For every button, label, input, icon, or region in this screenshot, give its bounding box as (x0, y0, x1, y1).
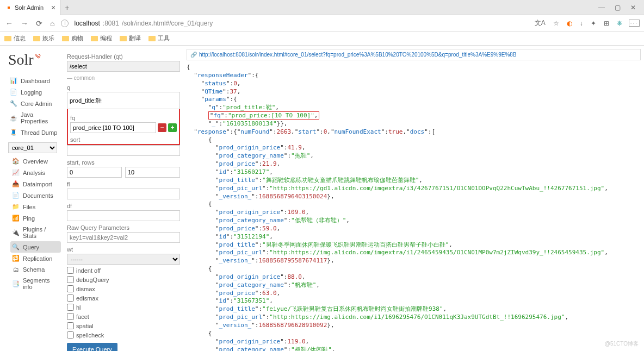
query-form: Request-Handler (qt) — common q fq − + s… (64, 46, 183, 351)
subnav-dataimport[interactable]: 📥Dataimport (10, 178, 61, 190)
nav-icon: 📥 (12, 180, 20, 187)
df-label: df (67, 203, 180, 209)
nav-icon: 🗂 (12, 266, 20, 273)
bookmark-folder[interactable]: 编程 (91, 34, 112, 42)
spatial-label: spatial (76, 323, 94, 329)
nav-thread-dump[interactable]: 🧵Thread Dump (8, 127, 61, 138)
browser-tab[interactable]: Solr Admin × (0, 0, 60, 15)
new-tab-button[interactable]: + (60, 3, 73, 12)
dismax-label: dismax (76, 286, 95, 292)
app-icon[interactable]: ❋ (616, 20, 623, 27)
result-url-bar[interactable]: 🔗 http://localhost:8081/solr/index.html#… (187, 49, 641, 60)
folder-icon (91, 36, 98, 41)
execute-query-button[interactable]: Execute Query (67, 343, 117, 351)
debugQuery-label: debugQuery (76, 277, 109, 283)
more-icon[interactable]: ··· (629, 20, 640, 27)
logo: Solr༄ (8, 51, 61, 68)
sort-input[interactable] (67, 145, 180, 156)
debugQuery-checkbox[interactable] (67, 276, 74, 283)
close-window-icon[interactable]: ✕ (630, 4, 636, 11)
maximize-icon[interactable]: ▢ (615, 4, 621, 11)
subnav-files[interactable]: 📁Files (10, 201, 61, 212)
subnav-replication[interactable]: 🔁Replication (10, 253, 61, 264)
subnav-plugins---stats[interactable]: 🔌Plugins / Stats (10, 224, 61, 241)
start-input[interactable] (67, 167, 122, 178)
fq-input[interactable] (70, 122, 156, 133)
q-input[interactable] (67, 92, 180, 109)
subnav-documents[interactable]: 📄Documents (10, 190, 61, 201)
titlebar: Solr Admin × + — ▢ ✕ (0, 0, 644, 15)
json-response: { "responseHeader":{ "status":0, "QTime"… (187, 64, 641, 351)
info-icon[interactable]: i (61, 20, 69, 27)
spellcheck-checkbox[interactable] (67, 331, 74, 339)
forward-icon[interactable]: → (20, 19, 29, 28)
bookmark-folder[interactable]: 翻译 (120, 34, 141, 42)
edismax-checkbox[interactable] (67, 294, 74, 302)
download-icon[interactable]: ↓ (579, 20, 584, 27)
watermark: @51CTO博客 (605, 340, 639, 348)
result-url[interactable]: http://localhost:8081/solr/index.html#co… (199, 52, 517, 58)
spatial-checkbox[interactable] (67, 322, 74, 329)
indent-checkbox[interactable] (67, 267, 74, 274)
minimize-icon[interactable]: — (598, 4, 605, 11)
ext-icon[interactable]: ⊞ (603, 20, 610, 27)
nav-icon: 📶 (12, 215, 20, 222)
translate-icon[interactable]: 文A (534, 18, 547, 28)
rows-input[interactable] (125, 167, 180, 178)
nav-icon: 📁 (12, 203, 20, 210)
subnav-schema[interactable]: 🗂Schema (10, 264, 61, 275)
subnav-overview[interactable]: 🏠Overview (10, 155, 61, 167)
wt-label: wt (67, 246, 180, 253)
link-icon: 🔗 (190, 52, 197, 58)
back-icon[interactable]: ← (4, 19, 14, 28)
wt-select[interactable]: ------ (67, 254, 180, 265)
remove-fq-button[interactable]: − (158, 123, 166, 132)
folder-icon (4, 36, 11, 41)
shield-icon[interactable]: ◐ (566, 20, 573, 27)
indent-label: indent off (76, 267, 101, 274)
sidebar: Solr༄ 📊Dashboard📄Logging🔧Core Admin☕Java… (0, 46, 64, 351)
facet-checkbox[interactable] (67, 313, 74, 320)
hl-label: hl (76, 304, 81, 311)
reload-icon[interactable]: ⟳ (35, 19, 44, 28)
home-icon[interactable]: ⌂ (49, 19, 55, 28)
nav-java-properties[interactable]: ☕Java Properties (8, 109, 61, 127)
subnav-segments-info[interactable]: 📑Segments info (10, 275, 61, 292)
add-fq-button[interactable]: + (168, 123, 177, 132)
qt-input[interactable] (67, 61, 180, 72)
grid-icon[interactable]: ✦ (590, 20, 597, 27)
dismax-checkbox[interactable] (67, 285, 74, 292)
url-port: :8081 (103, 20, 119, 27)
nav-logging[interactable]: 📄Logging (8, 86, 61, 98)
qt-label: Request-Handler (qt) (67, 53, 180, 60)
common-section: common (74, 75, 95, 81)
result-panel: 🔗 http://localhost:8081/solr/index.html#… (183, 46, 644, 351)
star-icon[interactable]: ☆ (552, 20, 560, 27)
url-host: localhost (74, 20, 100, 27)
nav-icon: ☕ (10, 115, 17, 122)
close-icon[interactable]: × (51, 3, 55, 12)
bookmark-folder[interactable]: 购物 (62, 34, 83, 42)
folder-icon (33, 36, 40, 41)
nav-icon: 🔍 (12, 243, 20, 250)
hl-checkbox[interactable] (67, 304, 74, 311)
tab-title: Solr Admin (15, 4, 44, 11)
bookmark-folder[interactable]: 工具 (148, 34, 170, 42)
nav-dashboard[interactable]: 📊Dashboard (8, 75, 61, 86)
core-selector[interactable]: core_01 (8, 142, 57, 153)
tab-favicon (5, 4, 12, 11)
edismax-label: edismax (76, 295, 98, 302)
subnav-query[interactable]: 🔍Query (10, 241, 61, 253)
fl-input[interactable] (67, 189, 180, 199)
nav-core-admin[interactable]: 🔧Core Admin (8, 98, 61, 109)
df-input[interactable] (67, 210, 180, 221)
subnav-analysis[interactable]: 📈Analysis (10, 167, 61, 178)
sort-label: sort (70, 136, 177, 143)
raw-input[interactable] (67, 232, 180, 243)
bookmark-folder[interactable]: 娱乐 (33, 34, 54, 42)
nav-icon: 🔁 (12, 255, 20, 262)
nav-icon: 📑 (12, 280, 20, 287)
bookmark-folder[interactable]: 信息 (4, 34, 26, 42)
url-field[interactable]: localhost:8081/solr/index.html#/core_01/… (74, 20, 528, 27)
subnav-ping[interactable]: 📶Ping (10, 212, 61, 224)
